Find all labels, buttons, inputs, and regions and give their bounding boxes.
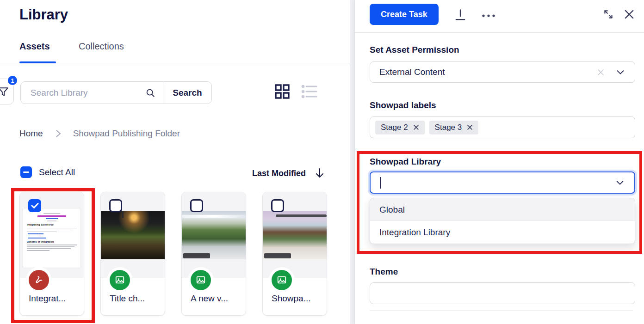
asset-card[interactable]: Showpa...	[262, 192, 327, 316]
chevron-down-icon[interactable]	[615, 177, 625, 188]
breadcrumb: Home Showpad Publishing Folder	[19, 128, 180, 139]
asset-title: Integrat...	[29, 293, 66, 304]
search-input[interactable]	[21, 88, 145, 98]
chevron-down-icon[interactable]	[615, 67, 625, 77]
theme-label: Theme	[370, 267, 398, 277]
asset-checkbox[interactable]	[109, 199, 122, 212]
asset-thumbnail	[182, 192, 246, 278]
library-options-dropdown: Global Integration Library	[370, 198, 635, 244]
sort-label: Last Modified	[252, 169, 306, 178]
asset-card[interactable]: Integrating Salesforce Benefits of Integ…	[19, 192, 84, 316]
breadcrumb-chevron-icon	[55, 129, 61, 138]
image-type-icon	[188, 267, 214, 293]
funnel-icon	[0, 86, 9, 98]
asset-card[interactable]: Title ch...	[100, 192, 165, 316]
asset-photo	[182, 211, 246, 259]
permission-value: External Content	[379, 67, 596, 77]
select-all-row: Select All	[20, 166, 75, 178]
labels-input[interactable]: Stage 2 Stage 3	[370, 116, 635, 138]
page-title: Library	[19, 6, 68, 23]
pdf-preview-heading: Integrating Salesforce	[27, 223, 54, 225]
search-icon	[145, 88, 155, 98]
search-group: Search	[20, 81, 212, 104]
photo-watermark	[183, 253, 210, 258]
clear-selection-icon[interactable]	[596, 68, 605, 77]
asset-photo	[101, 211, 165, 259]
section-divider	[370, 310, 633, 311]
label-chip-text: Stage 2	[381, 123, 408, 132]
permission-select[interactable]: External Content	[370, 61, 635, 83]
text-cursor	[380, 177, 381, 189]
pdf-type-icon	[26, 267, 52, 293]
labels-label: Showpad labels	[370, 100, 436, 110]
image-type-icon	[269, 267, 295, 293]
more-options-icon[interactable]	[481, 11, 496, 20]
image-type-icon	[107, 267, 133, 293]
remove-label-icon[interactable]	[467, 124, 473, 130]
showpad-library-label: Showpad Library	[370, 157, 441, 167]
sort-control[interactable]: Last Modified	[252, 168, 324, 179]
tab-collections[interactable]: Collections	[79, 41, 124, 52]
library-page: Library Assets Collections 1 Search Home…	[0, 0, 350, 324]
grid-view-icon[interactable]	[274, 83, 291, 102]
label-chip: Stage 3	[429, 121, 479, 134]
asset-title: Showpa...	[272, 293, 311, 304]
asset-title: Title ch...	[110, 293, 145, 304]
close-panel-icon[interactable]	[623, 8, 636, 21]
task-side-panel: Create Task Set Asset Permission Externa…	[354, 0, 644, 324]
asset-card[interactable]: A new v...	[181, 192, 246, 316]
select-all-checkbox[interactable]	[20, 166, 32, 178]
label-chip-text: Stage 3	[435, 123, 462, 132]
asset-checkbox-checked[interactable]	[28, 199, 41, 212]
filter-count-badge: 1	[7, 75, 18, 86]
photo-watermark	[264, 253, 291, 258]
sort-descending-icon	[315, 168, 324, 179]
check-icon	[31, 202, 39, 209]
tab-assets[interactable]: Assets	[19, 41, 50, 52]
asset-thumbnail	[263, 192, 327, 278]
option-integration-library[interactable]: Integration Library	[370, 221, 635, 244]
select-all-label: Select All	[39, 167, 75, 177]
asset-thumbnail	[101, 192, 165, 278]
remove-label-icon[interactable]	[413, 124, 419, 130]
asset-photo	[263, 211, 327, 259]
search-button[interactable]: Search	[163, 82, 211, 104]
create-task-button[interactable]: Create Task	[370, 4, 439, 25]
download-icon[interactable]	[454, 8, 467, 22]
breadcrumb-home-link[interactable]: Home	[19, 128, 43, 139]
breadcrumb-current: Showpad Publishing Folder	[73, 128, 180, 139]
expand-panel-icon[interactable]	[602, 8, 614, 20]
asset-checkbox[interactable]	[271, 199, 284, 212]
asset-thumbnail: Integrating Salesforce Benefits of Integ…	[20, 192, 84, 278]
list-view-icon[interactable]	[301, 83, 318, 102]
label-chip: Stage 2	[375, 121, 425, 134]
asset-title: A new v...	[191, 293, 228, 304]
theme-input[interactable]	[370, 282, 635, 304]
pdf-preview-subheading: Benefits of Integration	[27, 240, 54, 242]
permission-label: Set Asset Permission	[370, 45, 459, 55]
option-global[interactable]: Global	[370, 198, 635, 221]
showpad-library-combobox[interactable]	[370, 171, 635, 194]
asset-checkbox[interactable]	[190, 199, 203, 212]
scrollbar-track[interactable]	[350, 0, 354, 324]
active-tab-underline	[19, 61, 56, 63]
panel-header: Create Task	[355, 0, 644, 33]
pdf-preview: Integrating Salesforce Benefits of Integ…	[23, 208, 80, 268]
